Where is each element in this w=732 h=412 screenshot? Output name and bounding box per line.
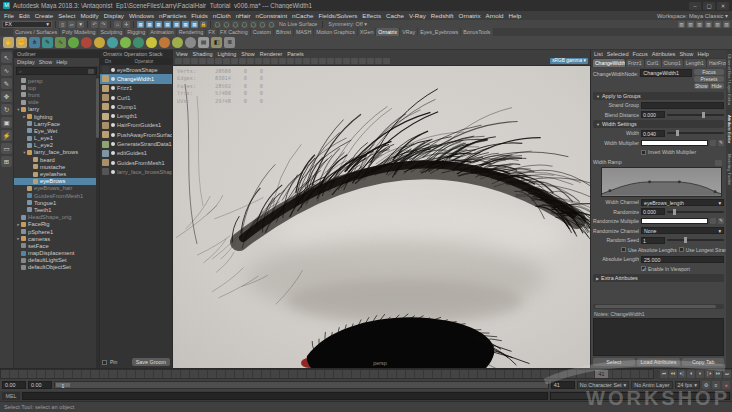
menu-edit[interactable]: Edit bbox=[19, 12, 30, 19]
outliner-item-teeth1[interactable]: Teeth1 bbox=[14, 206, 99, 213]
shelf-tab-sculpting[interactable]: Sculpting bbox=[98, 28, 124, 36]
shelf-tab-mash[interactable]: MASH bbox=[294, 28, 313, 36]
randomize-field[interactable]: 0.000 bbox=[641, 208, 665, 215]
outliner-menu-show[interactable]: Show bbox=[39, 59, 53, 65]
snap-plane-icon[interactable]: ▦ bbox=[164, 21, 171, 28]
render-icon[interactable]: ◯ bbox=[223, 21, 230, 28]
operator-enabled-toggle[interactable] bbox=[111, 161, 115, 165]
command-language-toggle[interactable]: MEL bbox=[2, 392, 20, 400]
stack-operator-hairfromguides1[interactable]: HairFromGuides1 bbox=[100, 121, 172, 130]
use-absolute-lengths-checkbox[interactable] bbox=[621, 247, 626, 252]
play-backwards-icon[interactable]: ⏴ bbox=[687, 370, 695, 378]
shelf-tab-ornatrix[interactable]: Ornatrix bbox=[376, 28, 399, 36]
step-forward-key-icon[interactable]: │⏵ bbox=[705, 370, 713, 378]
gamma-icon[interactable] bbox=[383, 58, 390, 64]
auto-keyframe-icon[interactable]: ● bbox=[722, 381, 730, 389]
invert-width-multiplier-checkbox[interactable] bbox=[641, 150, 646, 155]
sketch-guides-icon[interactable]: ∿ bbox=[55, 37, 66, 48]
isolate-select-icon[interactable] bbox=[359, 58, 366, 64]
random-seed-slider[interactable] bbox=[667, 239, 724, 241]
operator-enabled-toggle[interactable] bbox=[111, 151, 115, 155]
four-pane-layout-icon[interactable]: ⊞ bbox=[1, 156, 12, 167]
motion-blur-icon[interactable] bbox=[335, 58, 342, 64]
image-plane-icon[interactable] bbox=[207, 58, 214, 64]
undo-icon[interactable]: ↶ bbox=[91, 21, 98, 28]
time-slider-track[interactable]: 41 bbox=[0, 369, 654, 379]
random-seed-field[interactable]: 1 bbox=[641, 237, 665, 244]
slider-handle[interactable] bbox=[676, 130, 679, 136]
shelf-tab-vray[interactable]: VRay bbox=[400, 28, 417, 36]
field-chart-icon[interactable] bbox=[263, 58, 270, 64]
slider-handle[interactable] bbox=[702, 112, 705, 118]
curves-list-icon[interactable]: ≣ bbox=[224, 37, 235, 48]
strand-group-field[interactable] bbox=[641, 102, 724, 109]
step-forward-frame-icon[interactable]: ⏵⏵ bbox=[714, 370, 722, 378]
slider-handle[interactable] bbox=[684, 237, 687, 243]
stack-operator-eyebrowsshape[interactable]: eyeBrowsShape bbox=[100, 65, 172, 74]
copy-tab-button[interactable]: Copy Tab bbox=[682, 358, 724, 366]
shelf-tab-eyes-eyebrows[interactable]: Eyes_Eyebrows bbox=[418, 28, 460, 36]
outliner-item-eyebrows[interactable]: eyeBrows bbox=[14, 178, 99, 185]
ipr-render-icon[interactable]: ◯ bbox=[232, 21, 239, 28]
select-object-icon[interactable]: ✛ bbox=[123, 21, 130, 28]
randomize-multiplier-ramp[interactable] bbox=[641, 218, 708, 224]
outliner-search-input[interactable]: ⌕ bbox=[16, 67, 97, 75]
menu-file[interactable]: File bbox=[4, 12, 14, 19]
go-to-end-icon[interactable]: ⏭ bbox=[723, 370, 731, 378]
anim-start-field[interactable]: 0.00 bbox=[2, 381, 26, 389]
ae-tab-curl1[interactable]: Curl1 bbox=[645, 59, 661, 67]
outliner-item-front[interactable]: front bbox=[14, 91, 99, 98]
select-tool-icon[interactable]: ↖ bbox=[1, 52, 12, 63]
operator-enabled-toggle[interactable] bbox=[111, 142, 115, 146]
make-live-icon[interactable]: ▦ bbox=[182, 21, 189, 28]
ramp-curve-icon[interactable]: ✎ bbox=[718, 218, 724, 224]
menu-cache[interactable]: Cache bbox=[386, 12, 404, 19]
menu-effects[interactable]: Effects bbox=[362, 12, 381, 19]
pin-checkbox[interactable] bbox=[102, 360, 107, 365]
film-gate-icon[interactable] bbox=[239, 58, 246, 64]
current-frame-marker[interactable]: 41 bbox=[595, 370, 608, 378]
operator-enabled-toggle[interactable] bbox=[111, 114, 115, 118]
outliner-item-beard[interactable]: beard bbox=[14, 156, 99, 163]
push-away-icon[interactable] bbox=[146, 37, 157, 48]
menu-nconstraint[interactable]: nConstraint bbox=[255, 12, 287, 19]
anim-preferences-icon[interactable]: ≡ bbox=[712, 381, 720, 389]
enable-in-viewport-checkbox[interactable] bbox=[641, 266, 646, 271]
outliner-item-guidesfrommesh1[interactable]: GuidesFromMesh1 bbox=[14, 192, 99, 199]
operator-enabled-toggle[interactable] bbox=[111, 133, 115, 137]
character-set-dropdown[interactable]: No Character Set▾ bbox=[577, 381, 629, 389]
menu-ornatrix[interactable]: Ornatrix bbox=[459, 12, 481, 19]
snap-curve-icon[interactable]: ▦ bbox=[146, 21, 153, 28]
snap-point-icon[interactable]: ▦ bbox=[155, 21, 162, 28]
single-pane-layout-icon[interactable]: ▭ bbox=[1, 143, 12, 154]
sidebar-attribute-editor-icon[interactable]: ▥ bbox=[678, 21, 685, 28]
anim-layer-dropdown[interactable]: No Anim Layer bbox=[631, 381, 672, 389]
guides-from-mesh-icon[interactable]: ⋔ bbox=[29, 37, 40, 48]
outliner-item-tongue1[interactable]: Tongue1 bbox=[14, 199, 99, 206]
depth-of-field-icon[interactable] bbox=[351, 58, 358, 64]
change-width-icon[interactable] bbox=[81, 37, 92, 48]
operator-enabled-toggle[interactable] bbox=[111, 170, 115, 174]
shelf-tab-bifrost[interactable]: Bifrost bbox=[274, 28, 293, 36]
outliner-item-lighting[interactable]: ▸lighting bbox=[14, 113, 99, 120]
stack-operator-larry-face-browsshape[interactable]: larry_face_browsShape bbox=[100, 167, 172, 176]
ramp-presets-icon[interactable] bbox=[710, 218, 716, 224]
grease-pencil-icon[interactable] bbox=[223, 58, 230, 64]
hide-button[interactable]: Hide bbox=[710, 83, 724, 89]
menu-redshift[interactable]: Redshift bbox=[431, 12, 454, 19]
menu-v-ray[interactable]: V-Ray bbox=[409, 12, 426, 19]
section-header-apply-to-groups[interactable]: ▼Apply to Groups bbox=[593, 92, 724, 100]
clump-icon[interactable] bbox=[120, 37, 131, 48]
ae-tab-frizz1[interactable]: Frizz1 bbox=[626, 59, 644, 67]
stack-operator-clump1[interactable]: Clump1 bbox=[100, 102, 172, 111]
step-back-key-icon[interactable]: ⏴│ bbox=[678, 370, 686, 378]
stack-operator-frizz1[interactable]: Frizz1 bbox=[100, 84, 172, 93]
viewport-menu-panels[interactable]: Panels bbox=[287, 51, 303, 57]
shaded-icon[interactable] bbox=[295, 58, 302, 64]
menu-fields-solvers[interactable]: Fields/Solvers bbox=[318, 12, 357, 19]
open-scene-icon[interactable]: ▱ bbox=[68, 21, 75, 28]
render-settings-icon[interactable]: ◯ bbox=[241, 21, 248, 28]
slider-handle[interactable] bbox=[673, 209, 676, 215]
ae-horizontal-scrollbar[interactable] bbox=[593, 304, 724, 309]
menu-arnold[interactable]: Arnold bbox=[486, 12, 504, 19]
